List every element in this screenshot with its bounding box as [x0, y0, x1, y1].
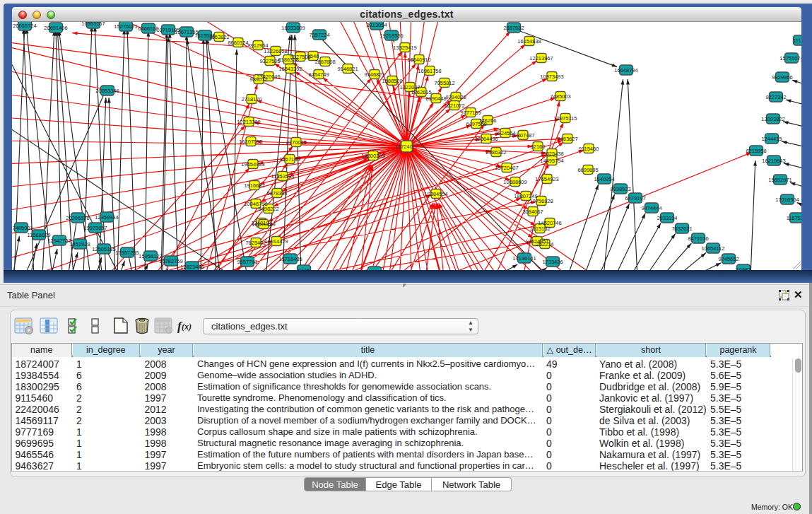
svg-text:9474444: 9474444 — [641, 205, 661, 211]
svg-text:9245652: 9245652 — [718, 256, 739, 262]
svg-text:15751074: 15751074 — [779, 55, 801, 62]
svg-text:13325419: 13325419 — [393, 45, 416, 51]
svg-text:12359934: 12359934 — [95, 214, 118, 221]
svg-text:10654112: 10654112 — [702, 245, 725, 252]
svg-text:10025438: 10025438 — [540, 151, 563, 157]
svg-text:7357224: 7357224 — [309, 32, 329, 38]
svg-text:1621072: 1621072 — [444, 103, 464, 109]
svg-text:18300295: 18300295 — [361, 153, 384, 159]
svg-text:1362615: 1362615 — [411, 89, 431, 95]
svg-text:2986322: 2986322 — [486, 149, 506, 156]
svg-text:19975857: 19975857 — [83, 225, 107, 231]
svg-text:16107553: 16107553 — [239, 139, 262, 145]
svg-text:(x): (x) — [182, 322, 192, 332]
svg-text:9146821: 9146821 — [364, 71, 384, 78]
svg-text:8813054: 8813054 — [366, 22, 387, 28]
svg-text:13716485: 13716485 — [278, 256, 302, 262]
svg-text:8454749: 8454749 — [308, 71, 329, 78]
svg-text:14495794: 14495794 — [540, 158, 563, 164]
svg-text:10756928: 10756928 — [529, 198, 553, 204]
svg-text:20206576: 20206576 — [66, 215, 89, 221]
svg-text:1167534: 1167534 — [787, 215, 801, 221]
svg-text:9115460: 9115460 — [579, 146, 599, 152]
svg-text:746266: 746266 — [478, 117, 496, 124]
svg-text:19654983: 19654983 — [241, 161, 264, 168]
svg-text:8938923: 8938923 — [610, 186, 630, 192]
svg-text:16543392: 16543392 — [278, 66, 302, 72]
svg-text:18724007: 18724007 — [395, 144, 418, 150]
svg-text:19384554: 19384554 — [424, 191, 447, 197]
svg-text:3267130: 3267130 — [279, 156, 300, 163]
svg-text:5498222: 5498222 — [258, 206, 278, 212]
svg-text:20053346: 20053346 — [95, 88, 119, 94]
svg-text:15276021: 15276021 — [114, 23, 137, 30]
svg-text:12093822: 12093822 — [761, 116, 784, 122]
svg-text:9794028: 9794028 — [445, 94, 466, 100]
svg-text:10688609: 10688609 — [503, 179, 526, 185]
svg-text:3084067: 3084067 — [522, 209, 543, 215]
svg-text:3024554: 3024554 — [495, 130, 515, 136]
svg-text:2867608: 2867608 — [314, 59, 335, 65]
svg-text:12524: 12524 — [367, 269, 382, 271]
svg-text:18640910: 18640910 — [407, 57, 430, 63]
svg-text:6466160: 6466160 — [138, 25, 158, 32]
svg-text:1916682: 1916682 — [244, 182, 264, 189]
svg-text:19218506: 19218506 — [379, 33, 403, 39]
svg-text:20055724: 20055724 — [13, 23, 36, 29]
svg-text:8471636: 8471636 — [688, 235, 708, 242]
svg-text:9146821: 9146821 — [337, 66, 358, 72]
svg-text:16210643: 16210643 — [762, 158, 785, 164]
svg-text:9463627: 9463627 — [557, 136, 577, 142]
svg-text:8215958: 8215958 — [746, 148, 766, 154]
svg-text:8660124: 8660124 — [228, 40, 248, 46]
svg-text:7485003: 7485003 — [550, 93, 570, 100]
svg-text:20364436: 20364436 — [474, 136, 498, 142]
svg-text:7663822: 7663822 — [208, 34, 229, 40]
svg-text:15692971: 15692971 — [768, 177, 792, 183]
svg-text:989012: 989012 — [249, 76, 267, 83]
svg-text:12213967: 12213967 — [529, 55, 553, 62]
svg-text:10973493: 10973493 — [540, 74, 563, 80]
svg-text:17957255: 17957255 — [115, 250, 139, 256]
svg-text:10982: 10982 — [736, 267, 751, 271]
svg-text:6699695: 6699695 — [577, 167, 598, 173]
svg-text:16033809: 16033809 — [281, 25, 305, 31]
svg-text:16648794: 16648794 — [614, 67, 637, 74]
svg-text:14136141: 14136141 — [512, 255, 536, 262]
svg-text:1640954: 1640954 — [594, 176, 614, 182]
svg-text:7625402: 7625402 — [245, 240, 266, 246]
svg-text:16782759: 16782759 — [159, 258, 182, 264]
svg-text:6479197: 6479197 — [625, 195, 645, 201]
svg-text:9777169: 9777169 — [460, 110, 481, 116]
svg-text:16099489: 16099489 — [252, 221, 275, 228]
svg-text:1588520: 1588520 — [382, 78, 402, 84]
svg-text:2933114: 2933114 — [657, 215, 678, 221]
svg-text:1244415: 1244415 — [761, 136, 782, 142]
svg-text:15720407: 15720407 — [495, 165, 518, 171]
svg-text:9329966: 9329966 — [772, 74, 792, 81]
svg-text:12213389: 12213389 — [237, 119, 260, 125]
svg-text:9327505: 9327505 — [259, 58, 280, 64]
svg-text:252214: 252214 — [536, 241, 553, 247]
svg-text:1451928: 1451928 — [69, 241, 90, 247]
svg-text:16914479: 16914479 — [264, 238, 288, 245]
svg-text:13226058: 13226058 — [264, 48, 287, 54]
svg-text:12942757: 12942757 — [47, 238, 71, 244]
svg-text:9657791: 9657791 — [237, 259, 257, 265]
svg-text:8990448: 8990448 — [425, 95, 446, 102]
svg-text:12975115: 12975115 — [554, 115, 577, 122]
svg-text:16961758: 16961758 — [418, 68, 441, 74]
svg-text:12505185: 12505185 — [92, 246, 115, 252]
svg-text:9245: 9245 — [298, 267, 310, 271]
svg-text:12923446: 12923446 — [180, 264, 204, 270]
svg-text:62160: 62160 — [531, 144, 546, 150]
svg-text:5878334: 5878334 — [266, 190, 287, 197]
svg-text:17485001: 17485001 — [12, 225, 33, 231]
svg-text:20691406: 20691406 — [44, 25, 67, 31]
svg-text:17016504: 17016504 — [775, 197, 799, 203]
svg-text:7632621: 7632621 — [671, 226, 692, 232]
svg-text:2718170: 2718170 — [241, 96, 261, 103]
svg-text:9227342: 9227342 — [765, 94, 786, 100]
svg-text:17654923: 17654923 — [535, 176, 558, 182]
svg-text:7955812: 7955812 — [434, 80, 454, 86]
